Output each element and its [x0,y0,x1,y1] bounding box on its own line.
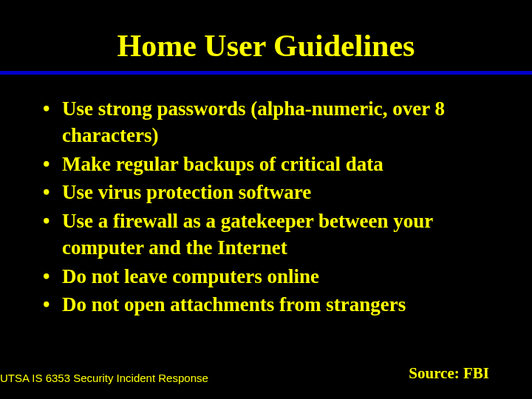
bullet-list: • Use strong passwords (alpha-numeric, o… [43,95,502,318]
bullet-text: Make regular backups of critical data [62,153,383,175]
bullet-text: Do not leave computers online [62,265,319,287]
bullet-icon: • [43,151,50,177]
list-item: • Use a firewall as a gatekeeper between… [43,208,502,262]
bullet-icon: • [43,291,50,318]
bullet-icon: • [43,179,50,205]
bullet-text: Use strong passwords (alpha-numeric, ove… [62,98,445,146]
bullet-icon: • [43,95,50,122]
footer-source: Source: FBI [409,364,489,383]
footer-left-text: UTSA IS 6353 Security Incident Response [0,372,208,384]
list-item: • Do not leave computers online [43,263,502,290]
slide-title: Home User Guidelines [0,28,532,64]
bullet-icon: • [43,263,50,290]
bullet-text: Use a firewall as a gatekeeper between y… [62,210,433,259]
list-item: • Use virus protection software [43,179,502,205]
bullet-text: Do not open attachments from strangers [62,293,406,316]
list-item: • Do not open attachments from strangers [43,291,502,318]
list-item: • Make regular backups of critical data [43,151,502,177]
bullet-text: Use virus protection software [62,181,311,203]
list-item: • Use strong passwords (alpha-numeric, o… [43,95,502,149]
bullet-icon: • [43,208,50,234]
title-area: Home User Guidelines [0,0,532,64]
content-area: • Use strong passwords (alpha-numeric, o… [0,75,532,318]
